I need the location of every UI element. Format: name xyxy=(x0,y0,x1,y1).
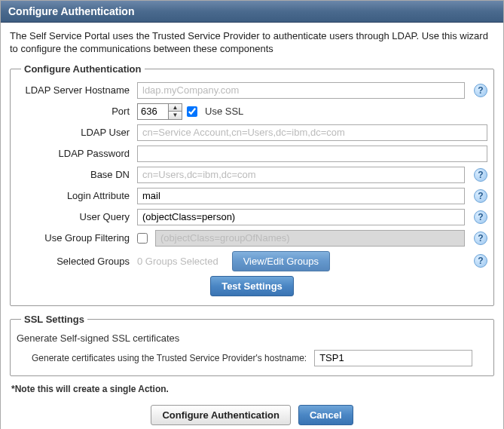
tsp-hostname-input[interactable] xyxy=(314,350,472,366)
label-login-attr: Login Attribute xyxy=(17,190,137,201)
help-icon[interactable]: ? xyxy=(474,84,487,97)
login-attr-input[interactable] xyxy=(137,188,465,204)
label-ldap-password: LDAP Password xyxy=(17,148,137,159)
help-icon[interactable]: ? xyxy=(474,168,487,182)
test-settings-button[interactable]: Test Settings xyxy=(210,276,294,296)
config-auth-window: Configure Authentication The Self Servic… xyxy=(0,0,504,429)
ssl-settings-legend: SSL Settings xyxy=(21,314,87,325)
titlebar: Configure Authentication xyxy=(1,1,503,23)
selected-groups-text: 0 Groups Selected xyxy=(137,256,218,267)
port-input[interactable] xyxy=(138,104,168,119)
label-selected-groups: Selected Groups xyxy=(17,256,137,267)
base-dn-input[interactable] xyxy=(137,167,465,183)
configure-auth-fieldset: Configure Authentication LDAP Server Hos… xyxy=(10,63,494,306)
group-filter-checkbox[interactable] xyxy=(137,233,148,244)
label-ldap-hostname: LDAP Server Hostname xyxy=(17,84,137,96)
ssl-settings-fieldset: SSL Settings Generate Self-signed SSL ce… xyxy=(10,314,494,376)
label-group-filter: Use Group Filtering xyxy=(17,232,137,244)
intro-text: The Self Service Portal uses the Trusted… xyxy=(10,30,494,56)
label-ldap-user: LDAP User xyxy=(17,127,137,138)
group-filter-input xyxy=(155,230,465,247)
help-icon[interactable]: ? xyxy=(474,254,487,268)
window-title: Configure Authentication xyxy=(8,5,134,17)
configure-auth-button[interactable]: Configure Authentication xyxy=(151,405,291,425)
help-icon[interactable]: ? xyxy=(474,189,487,203)
content: The Self Service Portal uses the Trusted… xyxy=(1,23,503,429)
label-base-dn: Base DN xyxy=(17,169,137,180)
ssl-line2: Generate certificates using the Trusted … xyxy=(32,353,307,363)
use-ssl-label: Use SSL xyxy=(205,106,243,117)
port-down-icon[interactable]: ▼ xyxy=(169,111,182,119)
ssl-line1: Generate Self-signed SSL certificates xyxy=(17,332,487,344)
cancel-button[interactable]: Cancel xyxy=(298,405,353,425)
ldap-user-input[interactable] xyxy=(137,124,487,141)
use-ssl-checkbox[interactable] xyxy=(187,106,197,117)
port-up-icon[interactable]: ▲ xyxy=(169,104,182,112)
configure-auth-legend: Configure Authentication xyxy=(21,63,145,75)
ldap-password-input[interactable] xyxy=(137,146,487,162)
user-query-input[interactable] xyxy=(137,209,465,225)
label-user-query: User Query xyxy=(17,211,137,222)
help-icon[interactable]: ? xyxy=(474,210,487,224)
note-text: *Note this will create a single Action. xyxy=(11,384,494,394)
label-port: Port xyxy=(17,106,137,117)
view-edit-groups-button[interactable]: View/Edit Groups xyxy=(232,251,330,271)
ldap-hostname-input[interactable] xyxy=(137,82,465,99)
help-icon[interactable]: ? xyxy=(474,231,487,245)
port-spinner[interactable]: ▲ ▼ xyxy=(137,103,182,120)
